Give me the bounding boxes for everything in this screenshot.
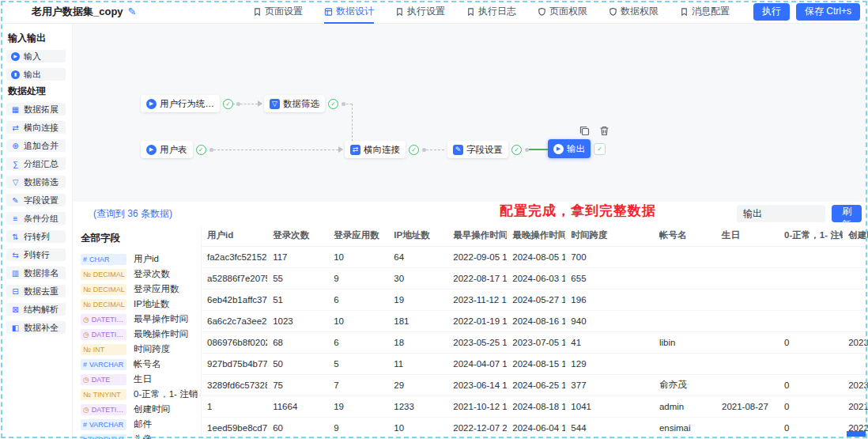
execute-button[interactable]: 执行 <box>753 3 790 21</box>
field-row[interactable]: ◷DATE 生日 <box>81 373 201 385</box>
table-cell: 2024-04-07 16:25:28 <box>447 353 507 374</box>
sidebar-item[interactable]: ∑ 分组汇总 <box>6 157 66 170</box>
table-cell: 3289fd6c57328c1··· <box>202 374 267 395</box>
field-type-badge: №TINYINT <box>81 389 126 400</box>
table-cell: 9 <box>328 267 388 289</box>
table-row[interactable]: 3289fd6c57328c1···757292023-06-14 15:47:… <box>202 374 868 395</box>
success-check-icon <box>594 143 606 155</box>
table-cell: 2023-05-25 14:26:12 <box>447 331 507 353</box>
table-row[interactable]: 6eb42b1affc370da···516192023-11-12 14:43… <box>202 289 868 310</box>
table-cell <box>654 246 716 267</box>
table-cell: 196 <box>565 289 654 310</box>
tab-1[interactable]: 数据设计 <box>324 0 374 24</box>
sidebar-section-title: 输入输出 <box>8 33 72 43</box>
field-row[interactable]: #VARCHAR 帐号名 <box>81 358 201 370</box>
node-horizontal-join[interactable]: ⇄ 横向连接 <box>345 141 406 158</box>
table-row[interactable]: 927bd75b4b77f80···505112024-04-07 16:25:… <box>202 353 868 374</box>
table-cell: 940 <box>565 310 654 331</box>
field-row[interactable]: ◷DATETI… 创建时间 <box>81 403 201 415</box>
data-expand-icon: ▦ <box>11 105 20 114</box>
field-row[interactable]: №TINYINT 0-正常，1- 注销 不… <box>81 388 201 400</box>
table-row[interactable]: 1116641912332021-10-12 10:08:002024-08-1… <box>202 395 868 417</box>
sidebar-item[interactable]: ⇆ 列转行 <box>6 248 66 261</box>
field-row[interactable]: ◷DATETI… 最早操作时间 <box>81 313 201 325</box>
column-header: 最早操作时间 <box>447 225 507 246</box>
table-cell: 181 <box>388 310 447 331</box>
table-cell: 2024-05-27 11:48:40 <box>507 289 565 310</box>
sidebar-item[interactable]: ≡ 条件分组 <box>6 212 66 225</box>
node-output[interactable]: ▶ 输出 <box>548 139 591 158</box>
sidebar-item[interactable]: ▶ 输入 <box>6 50 66 62</box>
field-row[interactable]: ◷DATETI… 最晚操作时间 <box>81 328 201 340</box>
field-type-badge: #VARCHAR <box>81 419 126 430</box>
field-settings-icon: ✎ <box>453 145 463 155</box>
output-node-select[interactable]: 输出 <box>737 205 825 222</box>
tab-2[interactable]: 执行设置 <box>395 0 445 24</box>
table-cell: 2023-06-14 15:47:04 <box>447 374 507 395</box>
topbar: 老用户数据集_copy ✎ 页面设置 数据设计 执行设置 执行日志 页面权限 数… <box>0 0 868 24</box>
flow-canvas[interactable]: ▶ 用户行为统… ▽ 数据筛选 ▶ 用户表 ⇄ 横向连 <box>73 24 868 202</box>
sidebar-item[interactable]: ⇄ 横向连接 <box>6 121 66 134</box>
annotation-text: 配置完成，拿到完整数据 <box>500 202 656 220</box>
sidebar-item[interactable]: ✎ 字段设置 <box>6 194 66 206</box>
table-row[interactable]: 6a6c2c7a3ee2894···1023101812022-01-19 16… <box>202 310 868 331</box>
table-cell: 2023-05 <box>843 331 868 353</box>
table-cell <box>654 267 716 289</box>
field-row[interactable]: №INT 时间跨度 <box>81 343 201 355</box>
field-row[interactable]: #VARCHAR 头像 <box>81 433 201 439</box>
table-cell: 2021-08-27 <box>716 395 779 417</box>
table-cell <box>779 310 843 331</box>
connector-dashed <box>426 149 444 150</box>
field-row[interactable]: №DECIMAL IP地址数 <box>81 298 201 310</box>
field-row[interactable]: №DECIMAL 登录次数 <box>81 268 201 280</box>
table-row[interactable]: 086976b8f0202f28···686182023-05-25 14:26… <box>202 331 868 353</box>
table-cell: 0 <box>779 331 843 353</box>
tab-6[interactable]: 消息配置 <box>680 0 730 24</box>
node-user-table[interactable]: ▶ 用户表 <box>141 141 193 158</box>
node-user-behavior[interactable]: ▶ 用户行为统… <box>141 95 220 112</box>
table-row[interactable]: 1eed59be8cd7885···609102022-12-07 22:16:… <box>202 417 868 438</box>
node-field-settings[interactable]: ✎ 字段设置 <box>447 141 508 158</box>
copy-icon[interactable] <box>579 125 591 137</box>
sidebar-item[interactable]: ▦ 数据拓展 <box>6 103 66 115</box>
table-cell <box>716 417 779 438</box>
refresh-button[interactable]: 刷新 <box>832 205 862 222</box>
data-filter-icon: ▽ <box>11 178 20 187</box>
sidebar-item[interactable]: ◧ 数据补全 <box>6 321 66 334</box>
table-cell <box>843 310 868 331</box>
field-row[interactable]: #VARCHAR 邮件 <box>81 418 201 430</box>
table-cell: 2022-08-17 15:30:23 <box>447 267 507 289</box>
save-button[interactable]: 保存 Ctrl+s <box>796 3 860 21</box>
table-cell: libin <box>654 331 716 353</box>
sidebar-item[interactable]: ⊕ 追加合并 <box>6 139 66 152</box>
fields-panel-title: 全部字段 <box>81 232 201 245</box>
tab-3[interactable]: 执行日志 <box>466 0 516 24</box>
table-cell: 6 <box>328 331 388 353</box>
sidebar-item[interactable]: ⊟ 数据去重 <box>6 285 66 297</box>
sidebar-item[interactable]: ▥ 数据排名 <box>6 267 66 279</box>
field-row[interactable]: #CHAR 用户id <box>81 253 201 265</box>
table-row[interactable]: fa2ac3fc52152d5a···11710642022-09-05 10:… <box>202 246 868 267</box>
node-data-filter[interactable]: ▽ 数据筛选 <box>264 95 325 112</box>
table-cell: 2024-06-25 17:36:36 <box>507 374 565 395</box>
field-row[interactable]: №DECIMAL 登录应用数 <box>81 283 201 295</box>
sidebar-item[interactable]: ▽ 数据筛选 <box>6 176 66 188</box>
tab-5[interactable]: 数据权限 <box>609 0 659 24</box>
table-row[interactable]: a52886f7e2075f30···559302022-08-17 15:30… <box>202 267 868 289</box>
sidebar-item[interactable]: ⊠ 结构解析 <box>6 303 66 316</box>
sidebar-item[interactable]: ▮ 输出 <box>6 68 66 81</box>
shield-icon <box>538 7 546 17</box>
sidebar-item[interactable]: ⇅ 行转列 <box>6 230 66 243</box>
table-cell <box>779 246 843 267</box>
table-cell <box>716 289 779 310</box>
field-settings-icon: ✎ <box>11 196 20 205</box>
trash-icon[interactable] <box>598 125 610 137</box>
tab-0[interactable]: 页面设置 <box>253 0 303 24</box>
tab-4[interactable]: 页面权限 <box>538 0 587 24</box>
pencil-icon[interactable]: ✎ <box>128 6 137 17</box>
number-type-icon: № <box>83 391 91 399</box>
result-table-wrap[interactable]: 用户id登录次数登录应用数IP地址数最早操作时间最晚操作时间时间跨度帐号名生日0… <box>202 225 868 439</box>
data-dedup-icon: ⊟ <box>11 287 20 296</box>
table-cell: 9 <box>328 417 388 438</box>
table-cell: 1023 <box>267 310 328 331</box>
